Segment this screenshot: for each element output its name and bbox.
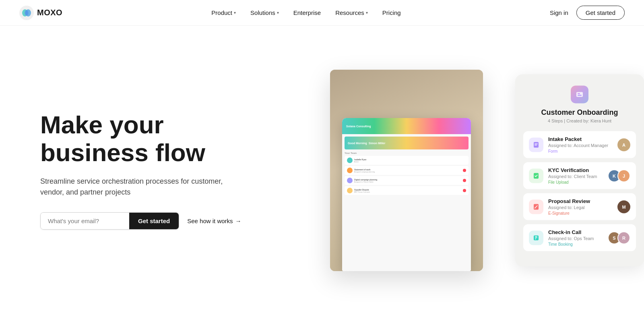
logo[interactable]: MOXO [19,6,62,20]
monitor-team-item-2: Statement of work Assigned campaign plan… [345,166,469,175]
onboarding-item-assigned-1: Assigned to: Account Manager [548,143,613,148]
chevron-down-icon: ▾ [234,10,236,15]
monitor-item3-sub: Assigned to: Robert Clarke [354,181,377,183]
monitor-dot-3 [463,179,466,182]
onboarding-avatar-1: A [617,138,630,151]
nav-links: Product ▾ Solutions ▾ Enterprise Resourc… [211,9,400,16]
onboarding-item-icon-2 [529,168,543,183]
email-input[interactable] [41,213,129,229]
hero-cta: Get started See how it works → [40,212,242,230]
monitor-item4-sub: MNT Group Contracts [354,191,370,193]
monitor-mockup: Solana Consulting Good Morning Simon Mil… [330,70,491,271]
nav-enterprise[interactable]: Enterprise [293,9,321,16]
svg-rect-14 [535,236,537,237]
monitor-team-status-1: Active [354,161,366,163]
onboarding-item-assigned-3: Assigned to: Legal [548,205,613,210]
onboarding-item-content-2: KYC Verification Assigned to: Client Tea… [548,167,603,184]
onboarding-item-tag-4: Time Booking [548,242,603,247]
onboarding-item-tag-1: Form [548,149,613,153]
monitor-avatar-3 [347,178,353,183]
monitor-device-header: Solana Consulting [342,118,471,134]
onboarding-item-assigned-2: Assigned to: Client Team [548,174,603,179]
onboarding-avatar-2b: J [617,169,630,182]
nav-actions: Sign in Get started [550,6,625,20]
svg-rect-6 [578,95,582,96]
monitor-item-4: Supplier Dispute MNT Group Contracts [345,186,469,195]
svg-rect-9 [535,145,537,145]
monitor-dot-4 [463,189,466,192]
onboarding-avatar-stack-4: S R [608,231,630,244]
hero-subheading: Streamline service orchestration process… [40,176,225,198]
onboarding-item-1: Intake Packet Assigned to: Account Manag… [523,131,636,158]
nav-solutions[interactable]: Solutions ▾ [250,9,279,16]
onboarding-item-content-1: Intake Packet Assigned to: Account Manag… [548,136,613,153]
hero-headline: Make your business flow [40,111,242,166]
monitor-team-name-1: Isabelle Ryan [354,158,366,161]
onboarding-meta: 4 Steps | Created by: Kiera Hunt [523,118,636,123]
monitor-team-status-2: Assigned campaign planning [354,171,375,173]
onboarding-item-assigned-4: Assigned to: Ops Team [548,236,603,241]
monitor-user: Simon Miller [369,142,386,145]
monitor-device-body: Good Morning Simon Miller Your Team Isab… [342,134,471,271]
sign-in-link[interactable]: Sign in [550,9,568,16]
onboarding-item-3: Proposal Review Assigned to: Legal E-Sig… [523,193,636,220]
chevron-down-icon: ▾ [277,10,279,15]
svg-point-12 [535,207,535,208]
onboarding-item-4: Check-in Call Assigned to: Ops Team Time… [523,224,636,251]
svg-rect-15 [535,237,537,238]
monitor-team-item-1: Isabelle Ryan Active [345,156,469,165]
svg-rect-4 [576,92,583,97]
nav-pricing[interactable]: Pricing [382,9,401,16]
onboarding-item-title-2: KYC Verification [548,167,603,173]
onboarding-item-icon-4 [529,230,543,245]
monitor-greeting: Good Morning [348,142,367,145]
monitor-company-title: Solana Consulting [346,125,371,128]
onboarding-avatar-3: M [617,200,630,213]
get-started-hero-button[interactable]: Get started [129,213,179,229]
onboarding-avatar-4b: R [617,231,630,244]
navbar: MOXO Product ▾ Solutions ▾ Enterprise Re… [0,0,644,26]
onboarding-item-tag-3: E-Signature [548,211,613,216]
onboarding-item-tag-2: File Upload [548,180,603,184]
onboarding-panel: Customer Onboarding 4 Steps | Created by… [515,75,644,267]
monitor-item4-text: Supplier Dispute [354,189,370,191]
onboarding-title: Customer Onboarding [523,108,636,117]
svg-rect-16 [535,238,536,239]
svg-rect-8 [535,143,538,144]
chevron-down-icon: ▾ [366,10,368,15]
monitor-avatar-2 [347,168,353,173]
onboarding-icon-svg [575,90,584,99]
monitor-screen: Solana Consulting Good Morning Simon Mil… [330,70,483,271]
onboarding-icon [571,86,588,104]
email-input-wrap: Get started [40,212,179,230]
onboarding-item-icon-3 [529,199,543,214]
monitor-status-dot [463,169,466,172]
svg-point-3 [25,10,29,16]
hero-section: Make your business flow Streamline servi… [0,26,644,315]
nav-product[interactable]: Product ▾ [211,9,236,16]
onboarding-item-title-4: Check-in Call [548,229,603,235]
hero-visuals: Solana Consulting Good Morning Simon Mil… [330,58,644,283]
logo-text: MOXO [37,8,62,17]
monitor-device-ui: Solana Consulting Good Morning Simon Mil… [342,118,471,271]
logo-icon [19,6,34,20]
hero-left: Make your business flow Streamline servi… [40,111,242,229]
monitor-item-3: Digital campaign planning Assigned to: R… [345,176,469,185]
onboarding-avatar-stack-2: K J [608,169,630,182]
monitor-item3-text: Digital campaign planning [354,178,377,181]
onboarding-item-2: KYC Verification Assigned to: Client Tea… [523,162,636,189]
monitor-team-label: Your Team [345,152,469,154]
see-how-link[interactable]: See how it works → [187,218,241,224]
onboarding-item-content-4: Check-in Call Assigned to: Ops Team Time… [548,229,603,247]
monitor-avatar-1 [347,158,353,163]
onboarding-item-title-1: Intake Packet [548,136,613,142]
svg-rect-5 [578,93,580,94]
onboarding-item-icon-1 [529,137,543,152]
monitor-avatar-4 [347,188,353,193]
nav-resources[interactable]: Resources ▾ [335,9,368,16]
onboarding-item-title-3: Proposal Review [548,198,613,204]
get-started-nav-button[interactable]: Get started [576,6,625,20]
onboarding-item-content-3: Proposal Review Assigned to: Legal E-Sig… [548,198,613,216]
arrow-icon: → [235,218,242,224]
